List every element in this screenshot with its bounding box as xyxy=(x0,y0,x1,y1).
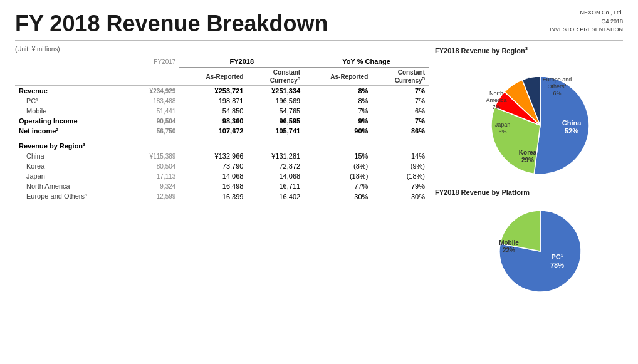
table-section: (Unit: ¥ millions) FY2017 FY2018 YoY % C… xyxy=(15,46,429,306)
cc-yoy-val: 30% xyxy=(372,191,429,202)
page: NEXON Co., Ltd. Q4 2018 INVESTOR PRESENT… xyxy=(0,0,638,364)
as-reported-header: As-Reported xyxy=(179,68,247,86)
cc-val: 14,068 xyxy=(247,171,304,181)
ar-val: 198,871 xyxy=(179,96,247,106)
fy2017-val: 183,488 xyxy=(129,96,180,106)
yoy-ar-header: As-Reported xyxy=(304,68,372,86)
region-chart-section: FY2018 Revenue by Region3 China 52% Kore… xyxy=(435,46,623,183)
sub-header-row: As-Reported ConstantCurrency5 As-Reporte… xyxy=(15,68,429,86)
row-label: China xyxy=(15,151,129,161)
yoy-group-header: YoY % Change xyxy=(304,56,429,68)
ar-yoy-val: 8% xyxy=(304,96,372,106)
cc-val: ¥131,281 xyxy=(247,151,304,161)
ar-yoy-val: (18%) xyxy=(304,171,372,181)
ar-yoy-val: 90% xyxy=(304,126,372,136)
cc-val: ¥251,334 xyxy=(247,86,304,96)
fy2017-val: 12,599 xyxy=(129,191,180,202)
svg-text:North: North xyxy=(489,90,503,96)
svg-text:Europe and: Europe and xyxy=(543,76,572,83)
company-info: NEXON Co., Ltd. Q4 2018 INVESTOR PRESENT… xyxy=(550,9,623,34)
cc-header: ConstantCurrency5 xyxy=(247,68,304,86)
ar-yoy-val: 15% xyxy=(304,151,372,161)
spacer-row: FY2017 FY2018 YoY % Change xyxy=(15,56,429,68)
table-row: Mobile51,44154,85054,7657%6% xyxy=(15,106,429,116)
yoy-cc-header: ConstantCurrency5 xyxy=(372,68,429,86)
cc-yoy-val: 14% xyxy=(372,151,429,161)
table-row: Japan17,11314,06814,068(18%)(18%) xyxy=(15,171,429,181)
ar-val: 54,850 xyxy=(179,106,247,116)
cc-val: 196,569 xyxy=(247,96,304,106)
table-row: China¥115,389¥132,966¥131,28115%14% xyxy=(15,151,429,161)
svg-text:7%: 7% xyxy=(492,104,500,110)
ar-yoy-val: 77% xyxy=(304,181,372,191)
table-row: Net income²56,750107,672105,74190%86% xyxy=(15,126,429,136)
fy2017-val: ¥115,389 xyxy=(129,151,180,161)
cc-yoy-val: (9%) xyxy=(372,161,429,171)
ar-yoy-val: 9% xyxy=(304,116,372,126)
region-chart-title: FY2018 Revenue by Region3 xyxy=(435,46,623,55)
cc-yoy-val: 79% xyxy=(372,181,429,191)
fy2017-val: ¥234,929 xyxy=(129,86,180,96)
cc-val: 16,402 xyxy=(247,191,304,202)
ar-val: 73,790 xyxy=(179,161,247,171)
data-table: FY2017 FY2018 YoY % Change As-Reported C… xyxy=(15,56,429,202)
fy2017-val: 51,441 xyxy=(129,106,180,116)
cc-val: 54,765 xyxy=(247,106,304,116)
content-area: (Unit: ¥ millions) FY2017 FY2018 YoY % C… xyxy=(15,46,623,306)
company-presentation: INVESTOR PRESENTATION xyxy=(550,26,623,34)
cc-yoy-val: 7% xyxy=(372,116,429,126)
cc-val: 96,595 xyxy=(247,116,304,126)
svg-text:Korea: Korea xyxy=(519,149,537,156)
fy2017-val: 9,324 xyxy=(129,181,180,191)
ar-val: 16,498 xyxy=(179,181,247,191)
ar-val: ¥132,966 xyxy=(179,151,247,161)
table-row: Europe and Others⁴12,59916,39916,40230%3… xyxy=(15,191,429,202)
fy2017-val: 17,113 xyxy=(129,171,180,181)
svg-text:22%: 22% xyxy=(503,247,515,254)
row-label: Mobile xyxy=(15,106,129,116)
svg-text:6%: 6% xyxy=(553,90,561,96)
fy2017-val: 56,750 xyxy=(129,126,180,136)
svg-text:Japan: Japan xyxy=(495,122,511,128)
cc-val: 72,872 xyxy=(247,161,304,171)
svg-text:6%: 6% xyxy=(498,128,506,135)
ar-val: 98,360 xyxy=(179,116,247,126)
cc-yoy-val: 6% xyxy=(372,106,429,116)
row-label: North America xyxy=(15,181,129,191)
svg-text:America: America xyxy=(486,97,506,103)
fy2018-group-header: FY2018 xyxy=(179,56,304,68)
svg-text:PC¹: PC¹ xyxy=(552,253,563,261)
ar-val: 16,399 xyxy=(179,191,247,202)
row-label: Revenue xyxy=(15,86,129,96)
svg-text:Mobile: Mobile xyxy=(499,239,519,246)
svg-text:78%: 78% xyxy=(550,261,564,269)
platform-chart-section: FY2018 Revenue by Platform PC¹ 78% Mobil… xyxy=(435,189,623,299)
charts-section: FY2018 Revenue by Region3 China 52% Kore… xyxy=(429,46,623,306)
table-row: Revenue¥234,929¥253,721¥251,3348%7% xyxy=(15,86,429,96)
ar-yoy-val: (8%) xyxy=(304,161,372,171)
fy2017-header: FY2017 xyxy=(129,56,180,68)
cc-yoy-val: 86% xyxy=(372,126,429,136)
ar-yoy-val: 7% xyxy=(304,106,372,116)
row-label: Operating Income xyxy=(15,116,129,126)
table-row: Operating Income90,50498,36096,5959%7% xyxy=(15,116,429,126)
ar-val: 107,672 xyxy=(179,126,247,136)
fy2017-val: 90,504 xyxy=(129,116,180,126)
table-row: Korea80,50473,79072,872(8%)(9%) xyxy=(15,161,429,171)
company-name: NEXON Co., Ltd. xyxy=(550,9,623,18)
svg-text:52%: 52% xyxy=(565,127,578,135)
row-label: Korea xyxy=(15,161,129,171)
svg-text:29%: 29% xyxy=(521,157,534,164)
cc-yoy-val: 7% xyxy=(372,86,429,96)
table-row: Revenue by Region³ xyxy=(15,136,429,151)
row-label: Europe and Others⁴ xyxy=(15,191,129,202)
row-label: Net income² xyxy=(15,126,129,136)
ar-yoy-val: 8% xyxy=(304,86,372,96)
ar-val: ¥253,721 xyxy=(179,86,247,96)
region-pie-chart: China 52% Korea 29% North America 7% Eur… xyxy=(435,58,623,180)
cc-yoy-val: (18%) xyxy=(372,171,429,181)
section-header: Revenue by Region³ xyxy=(15,136,429,151)
title-divider xyxy=(15,40,623,41)
row-label: Japan xyxy=(15,171,129,181)
table-row: PC¹183,488198,871196,5698%7% xyxy=(15,96,429,106)
